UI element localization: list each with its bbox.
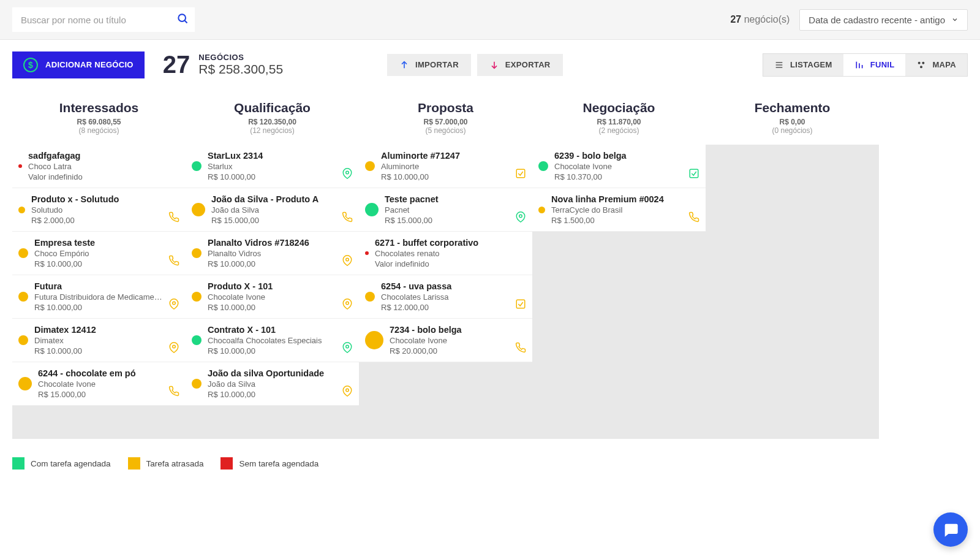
status-dot — [192, 292, 202, 302]
list-icon — [774, 60, 784, 70]
card-title: 6254 - uva passa — [381, 281, 525, 291]
deal-card[interactable]: Aluminorte #71247AluminorteR$ 10.000,00 — [359, 145, 532, 188]
legend-late-label: Tarefa atrasada — [146, 459, 204, 468]
deal-card[interactable]: Empresa testeChoco EmpórioR$ 10.000,00 — [12, 232, 186, 275]
status-dot — [18, 207, 25, 213]
deal-card[interactable]: 6254 - uva passaChocolates LarissaR$ 12.… — [359, 275, 532, 319]
view-list-button[interactable]: LISTAGEM — [763, 54, 843, 76]
sort-label: Data de cadastro recente - antigo — [809, 15, 945, 25]
card-body: Produto X - 101Chocolate IvoneR$ 10.000,… — [208, 281, 352, 312]
deal-card[interactable]: João da Silva - Produto AJoão da SilvaR$… — [186, 188, 359, 232]
deal-card[interactable]: sadfgafagagChoco LatraValor indefinido — [12, 145, 186, 188]
kanban-column: NegociaçãoR$ 11.870,00(2 negócios)6239 -… — [532, 96, 706, 439]
phone-icon — [515, 342, 526, 356]
add-deal-button[interactable]: $ ADICIONAR NEGÓCIO — [12, 51, 145, 78]
card-value: R$ 15.000,00 — [38, 390, 178, 399]
card-body: Empresa testeChoco EmpórioR$ 10.000,00 — [34, 238, 178, 268]
svg-point-14 — [173, 345, 176, 348]
deal-card[interactable]: Planalto Vidros #718246Planalto VidrosR$… — [186, 232, 359, 275]
status-dot — [365, 203, 379, 216]
deal-card[interactable]: Contrato X - 101Chocoalfa Chocolates Esp… — [186, 319, 359, 362]
pin-yellow-icon — [168, 299, 179, 312]
deal-card[interactable]: Teste pacnetPacnetR$ 15.000,00 — [359, 188, 532, 232]
card-value: R$ 10.000,00 — [34, 303, 178, 312]
deal-card[interactable]: Produto x - SolutudoSolutudoR$ 2.000,00 — [12, 188, 186, 232]
column-title: Negociação — [532, 101, 706, 115]
card-body: João da Silva - Produto AJoão da SilvaR$… — [211, 194, 352, 225]
svg-point-10 — [918, 61, 921, 64]
card-title: StarLux 2314 — [208, 151, 352, 161]
svg-point-15 — [346, 171, 349, 174]
column-meta: (12 negócios) — [186, 126, 359, 135]
kanban-column: QualificaçãoR$ 120.350,00(12 negócios)St… — [186, 96, 359, 439]
sort-select[interactable]: Data de cadastro recente - antigo — [799, 9, 968, 31]
deal-card[interactable]: João da silva OportunidadeJoão da SilvaR… — [186, 362, 359, 406]
kanban-column: InteressadosR$ 69.080,55(8 negócios)sadf… — [12, 96, 186, 439]
column-body[interactable]: 6239 - bolo belgaChocolate IvoneR$ 10.37… — [532, 145, 706, 439]
pin-yellow-icon — [342, 386, 353, 399]
status-dot — [192, 379, 202, 389]
column-meta: (0 negócios) — [706, 126, 879, 135]
card-body: Planalto Vidros #718246Planalto VidrosR$… — [208, 238, 352, 268]
column-meta: (2 negócios) — [532, 126, 706, 135]
deal-card[interactable]: StarLux 2314StarluxR$ 10.000,00 — [186, 145, 359, 188]
deal-card[interactable]: Nova linha Premium #0024TerraCycle do Br… — [532, 188, 706, 232]
card-title: João da Silva - Produto A — [211, 194, 352, 204]
column-body[interactable]: sadfgafagagChoco LatraValor indefinidoPr… — [12, 145, 186, 439]
pin-yellow-icon — [342, 299, 353, 312]
legend-late: Tarefa atrasada — [128, 457, 204, 470]
card-company: Chocoalfa Chocolates Especiais — [208, 336, 352, 345]
deal-card[interactable]: 6239 - bolo belgaChocolate IvoneR$ 10.37… — [532, 145, 706, 188]
deal-card[interactable]: 7234 - bolo belgaChocolate IvoneR$ 20.00… — [359, 319, 532, 362]
view-toggle: LISTAGEM FUNIL MAPA — [763, 53, 968, 77]
import-button[interactable]: IMPORTAR — [387, 54, 471, 76]
svg-rect-23 — [690, 169, 698, 178]
card-company: João da Silva — [211, 205, 352, 215]
column-header: InteressadosR$ 69.080,55(8 negócios) — [12, 96, 186, 145]
column-body[interactable]: StarLux 2314StarluxR$ 10.000,00João da S… — [186, 145, 359, 439]
deal-card[interactable]: Dimatex 12412DimatexR$ 10.000,00 — [12, 319, 186, 362]
column-sum: R$ 11.870,00 — [532, 118, 706, 126]
card-body: 6239 - bolo belgaChocolate IvoneR$ 10.37… — [554, 151, 698, 181]
card-value: R$ 10.000,00 — [208, 303, 352, 312]
card-title: Teste pacnet — [385, 194, 525, 204]
column-body[interactable]: Aluminorte #71247AluminorteR$ 10.000,00T… — [359, 145, 532, 439]
card-company: Dimatex — [34, 336, 178, 345]
export-button[interactable]: EXPORTAR — [477, 54, 563, 76]
funnel-bars-icon — [854, 60, 864, 70]
view-funnel-button[interactable]: FUNIL — [843, 54, 906, 76]
card-value: R$ 10.000,00 — [381, 172, 525, 181]
search-wrap — [12, 7, 195, 32]
legend-square-green — [12, 457, 24, 470]
deal-card[interactable]: 6271 - buffet corporativoChocolates rena… — [359, 232, 532, 275]
card-value: R$ 10.000,00 — [34, 346, 178, 356]
phone-icon — [168, 255, 179, 268]
arrow-down-icon — [489, 60, 499, 70]
column-body[interactable] — [706, 145, 879, 439]
legend-square-red — [221, 457, 233, 470]
search-input[interactable] — [12, 7, 195, 32]
summary-count: 27 — [163, 51, 190, 78]
column-meta: (8 negócios) — [12, 126, 186, 135]
card-title: 6271 - buffet corporativo — [375, 238, 525, 248]
deal-card[interactable]: FuturaFutura Distribuidora de Medicame…R… — [12, 275, 186, 319]
column-sum: R$ 0,00 — [706, 118, 879, 126]
status-dot — [18, 248, 28, 258]
search-icon[interactable] — [176, 12, 189, 27]
export-label: EXPORTAR — [505, 60, 551, 69]
card-company: Aluminorte — [381, 162, 525, 171]
deal-card[interactable]: 6244 - chocolate em póChocolate IvoneR$ … — [12, 362, 186, 406]
column-title: Fechamento — [706, 101, 879, 115]
column-header: NegociaçãoR$ 11.870,00(2 negócios) — [532, 96, 706, 145]
card-company: Solutudo — [31, 205, 178, 215]
status-dot — [365, 251, 369, 255]
card-value: R$ 20.000,00 — [390, 346, 525, 356]
card-title: 6244 - chocolate em pó — [38, 368, 178, 378]
status-dot — [365, 292, 375, 302]
status-dot — [192, 248, 202, 258]
pin-green-icon — [515, 211, 526, 225]
view-map-button[interactable]: MAPA — [905, 54, 967, 76]
deal-card[interactable]: Produto X - 101Chocolate IvoneR$ 10.000,… — [186, 275, 359, 319]
card-company: Futura Distribuidora de Medicame… — [34, 292, 178, 302]
svg-point-12 — [920, 66, 922, 68]
